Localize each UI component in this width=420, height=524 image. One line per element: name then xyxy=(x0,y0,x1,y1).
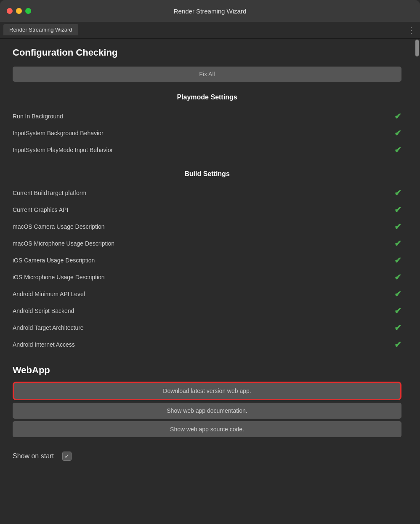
playmode-section-header: Playmode Settings xyxy=(13,94,401,101)
tab-bar: Render Streaming Wizard ⋮ xyxy=(0,22,420,39)
setting-row-inputsystem-playmode: InputSystem PlayMode Input Behavior ✔ xyxy=(13,142,401,158)
show-webapp-source-button[interactable]: Show web app source code. xyxy=(13,421,401,437)
check-icon-macos-camera: ✔ xyxy=(394,222,401,232)
playmode-settings-group: Playmode Settings Run In Background ✔ In… xyxy=(13,94,401,158)
tab-render-streaming-wizard[interactable]: Render Streaming Wizard xyxy=(3,24,78,36)
traffic-lights xyxy=(7,8,31,14)
setting-label-android-internet: Android Internet Access xyxy=(13,341,75,348)
build-settings-group: Build Settings Current BuildTarget platf… xyxy=(13,170,401,353)
check-icon-inputsystem-background: ✔ xyxy=(394,128,401,138)
setting-row-ios-camera: iOS Camera Usage Description ✔ xyxy=(13,252,401,269)
check-icon-android-min-api: ✔ xyxy=(394,289,401,299)
setting-label-android-script-backend: Android Script Backend xyxy=(13,307,74,314)
check-icon-run-in-background: ✔ xyxy=(394,111,401,121)
setting-row-macos-camera: macOS Camera Usage Description ✔ xyxy=(13,218,401,235)
setting-row-build-target: Current BuildTarget platform ✔ xyxy=(13,184,401,201)
show-on-start-row: Show on start ✓ xyxy=(13,447,401,465)
setting-row-android-script-backend: Android Script Backend ✔ xyxy=(13,302,401,319)
setting-label-ios-camera: iOS Camera Usage Description xyxy=(13,257,95,264)
content-wrapper: Configuration Checking Fix All Playmode … xyxy=(0,39,420,524)
webapp-section: WebApp Download latest version web app. … xyxy=(13,365,401,437)
setting-label-run-in-background: Run In Background xyxy=(13,113,63,120)
show-on-start-checkbox[interactable]: ✓ xyxy=(62,452,72,461)
check-icon-build-target: ✔ xyxy=(394,188,401,198)
setting-row-inputsystem-background: InputSystem Background Behavior ✔ xyxy=(13,125,401,142)
page-title: Configuration Checking xyxy=(13,47,401,58)
scrollbar-track[interactable] xyxy=(414,39,420,524)
setting-row-android-min-api: Android Minimum API Level ✔ xyxy=(13,286,401,302)
setting-row-android-target-arch: Android Target Architecture ✔ xyxy=(13,319,401,336)
check-icon-android-internet: ✔ xyxy=(394,340,401,350)
setting-row-graphics-api: Current Graphics API ✔ xyxy=(13,201,401,218)
setting-label-ios-microphone: iOS Microphone Usage Description xyxy=(13,274,105,281)
title-bar: Render Streaming Wizard xyxy=(0,0,420,22)
show-on-start-label: Show on start xyxy=(13,452,54,460)
check-icon-graphics-api: ✔ xyxy=(394,205,401,215)
setting-label-android-min-api: Android Minimum API Level xyxy=(13,291,85,297)
build-section-header: Build Settings xyxy=(13,170,401,178)
main-content: Configuration Checking Fix All Playmode … xyxy=(0,39,414,524)
setting-label-build-target: Current BuildTarget platform xyxy=(13,190,86,196)
download-webapp-button[interactable]: Download latest version web app. xyxy=(13,382,401,400)
webapp-title: WebApp xyxy=(13,365,401,376)
window-title: Render Streaming Wizard xyxy=(174,8,247,15)
setting-row-android-internet: Android Internet Access ✔ xyxy=(13,336,401,353)
setting-label-android-target-arch: Android Target Architecture xyxy=(13,324,84,331)
check-icon-android-script-backend: ✔ xyxy=(394,306,401,316)
show-webapp-docs-button[interactable]: Show web app documentation. xyxy=(13,403,401,419)
minimize-button[interactable] xyxy=(16,8,22,14)
setting-label-inputsystem-playmode: InputSystem PlayMode Input Behavior xyxy=(13,147,113,153)
check-icon-android-target-arch: ✔ xyxy=(394,323,401,333)
maximize-button[interactable] xyxy=(25,8,31,14)
setting-row-ios-microphone: iOS Microphone Usage Description ✔ xyxy=(13,269,401,286)
setting-label-macos-microphone: macOS Microphone Usage Description xyxy=(13,240,114,247)
setting-label-inputsystem-background: InputSystem Background Behavior xyxy=(13,130,104,136)
window: Render Streaming Wizard Render Streaming… xyxy=(0,0,420,524)
setting-row-run-in-background: Run In Background ✔ xyxy=(13,108,401,125)
fix-all-button[interactable]: Fix All xyxy=(13,67,401,82)
setting-row-macos-microphone: macOS Microphone Usage Description ✔ xyxy=(13,235,401,252)
setting-label-graphics-api: Current Graphics API xyxy=(13,206,68,213)
check-icon-ios-microphone: ✔ xyxy=(394,272,401,282)
check-icon-inputsystem-playmode: ✔ xyxy=(394,145,401,155)
check-icon-ios-camera: ✔ xyxy=(394,255,401,265)
setting-label-macos-camera: macOS Camera Usage Description xyxy=(13,223,105,230)
checkbox-check-icon: ✓ xyxy=(64,453,69,460)
close-button[interactable] xyxy=(7,8,13,14)
scrollbar-thumb[interactable] xyxy=(415,40,419,56)
more-menu-icon[interactable]: ⋮ xyxy=(407,26,415,35)
check-icon-macos-microphone: ✔ xyxy=(394,238,401,249)
